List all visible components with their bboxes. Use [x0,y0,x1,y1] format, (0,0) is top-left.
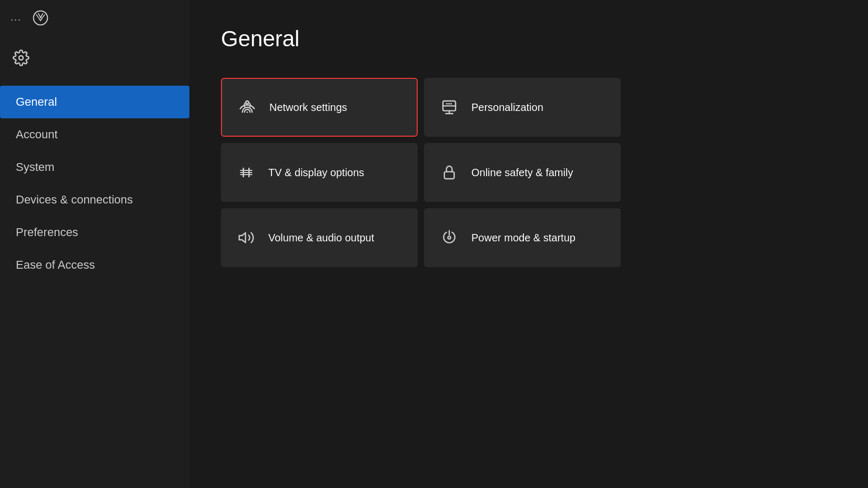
sidebar: ··· General Account System Devices & con… [0,0,189,488]
top-bar: ··· [0,0,189,39]
personalization-icon [440,99,459,116]
audio-icon [237,229,256,246]
sidebar-item-ease[interactable]: Ease of Access [0,249,189,281]
power-mode-label: Power mode & startup [471,232,576,244]
tv-display-label: TV & display options [268,167,364,179]
sidebar-item-preferences[interactable]: Preferences [0,216,189,249]
settings-grid: Network settings Personalization [221,78,621,267]
svg-point-2 [246,101,248,104]
volume-audio-label: Volume & audio output [268,232,374,244]
sidebar-item-devices[interactable]: Devices & connections [0,184,189,216]
svg-rect-10 [445,172,455,179]
sidebar-item-general[interactable]: General [0,86,189,118]
personalization-label: Personalization [471,101,543,114]
main-content: General Network settings [189,0,868,488]
grid-item-power-mode[interactable]: Power mode & startup [424,208,621,267]
grid-item-tv-display[interactable]: TV & display options [221,143,418,202]
grid-item-online-safety[interactable]: Online safety & family [424,143,621,202]
xbox-icon[interactable] [32,9,49,29]
lock-icon [440,164,459,181]
sidebar-item-system[interactable]: System [0,151,189,184]
grid-item-network-settings[interactable]: Network settings [221,78,418,137]
svg-point-12 [448,236,450,239]
menu-dots-icon[interactable]: ··· [11,14,22,25]
tv-display-icon [237,164,256,181]
svg-marker-11 [239,233,246,243]
svg-point-1 [19,56,23,60]
nav-menu: General Account System Devices & connect… [0,86,189,281]
page-title: General [221,26,836,52]
network-settings-label: Network settings [269,101,347,114]
settings-icon-container [0,39,189,80]
settings-gear-icon[interactable] [13,53,29,69]
svg-point-3 [247,111,248,113]
network-icon [238,99,257,116]
sidebar-item-account[interactable]: Account [0,118,189,151]
grid-item-personalization[interactable]: Personalization [424,78,621,137]
online-safety-label: Online safety & family [471,167,573,179]
power-icon [440,229,459,246]
grid-item-volume-audio[interactable]: Volume & audio output [221,208,418,267]
